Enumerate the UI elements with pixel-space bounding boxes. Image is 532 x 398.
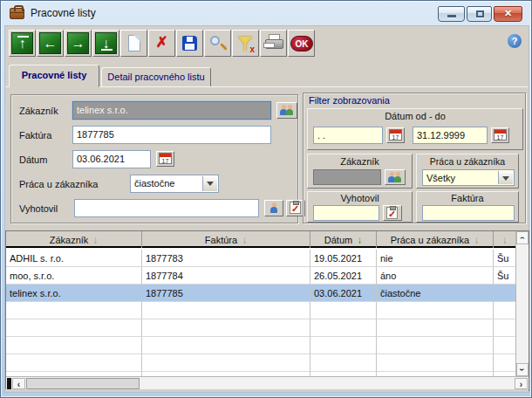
first-record-icon: ↑ [11,32,33,54]
new-record-button[interactable] [120,30,147,57]
briefcase-icon [10,8,24,19]
funnel-x-icon: x [249,45,255,54]
ok-icon: OK [290,36,313,51]
previous-record-button[interactable]: ← [37,30,64,57]
title-bar[interactable]: Pracovné listy ✕ [2,2,530,25]
toolbar: ↑ ← → ↓ ✗ x OK ? [5,26,529,63]
new-document-icon [128,35,140,51]
tab-pracovne-listy[interactable]: Pracovné listy [9,65,99,87]
ok-button[interactable]: OK [288,30,315,57]
previous-record-icon: ← [39,32,61,54]
print-button[interactable] [260,30,287,57]
search-button[interactable] [204,30,231,57]
maximize-icon [476,10,484,17]
client-area: ↑ ← → ↓ ✗ x OK ? Pracovné listy Detail p… [4,25,529,393]
delete-record-button[interactable]: ✗ [148,30,175,57]
last-record-icon: ↓ [95,32,117,54]
funnel-icon [238,37,252,45]
clear-filter-button[interactable]: x [232,30,259,57]
first-record-button[interactable]: ↑ [9,30,36,57]
minimize-icon [447,15,456,17]
help-button[interactable]: ? [508,34,522,48]
tab-panel-edge [5,86,529,392]
last-record-button[interactable]: ↓ [92,30,119,57]
app-window: Pracovné listy ✕ ↑ ← → ↓ ✗ x OK [0,0,532,398]
delete-icon: ✗ [149,33,174,51]
magnifier-icon [210,36,220,45]
printer-paper-icon [263,43,275,48]
close-icon: ✕ [494,8,522,19]
next-record-icon: → [67,32,89,54]
save-button[interactable] [176,30,203,57]
tab-bar: Pracovné listy Detail pracovného listu [5,65,529,87]
tab-detail-pracovneho-listu[interactable]: Detail pracovného listu [101,67,211,87]
close-button[interactable]: ✕ [494,6,522,22]
minimize-button[interactable] [438,6,465,22]
maximize-button[interactable] [467,6,492,22]
window-title: Pracovné listy [31,7,96,19]
next-record-button[interactable]: → [65,30,92,57]
floppy-disk-icon [182,36,197,51]
